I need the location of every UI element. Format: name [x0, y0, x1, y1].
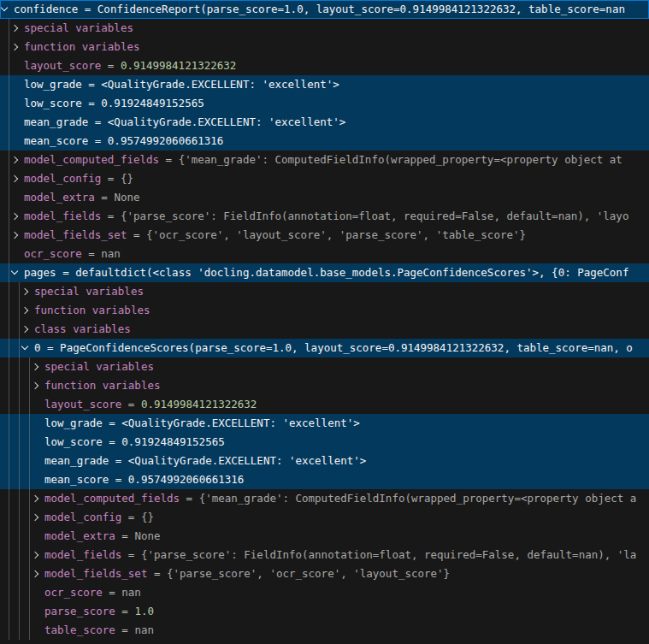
tree-row[interactable]: mean_grade = <QualityGrade.EXCELLENT: 'e…	[0, 452, 649, 470]
tree-row[interactable]: function variables	[0, 38, 649, 56]
tree-row[interactable]: model_computed_fields = {'mean_grade': C…	[0, 489, 649, 508]
indent-guide	[19, 414, 20, 433]
tree-row[interactable]: model_extra = None	[0, 527, 649, 546]
row-content: model_config = {}	[0, 169, 649, 188]
row-content: mean_grade = <QualityGrade.EXCELLENT: 'e…	[0, 113, 649, 132]
indent-guide	[29, 470, 30, 489]
row-content: layout_score = 0.9149984121322632	[0, 56, 649, 75]
tree-row[interactable]: mean_score = 0.9574992060661316	[0, 470, 649, 489]
tree-row[interactable]: low_score = 0.91924849152565	[0, 433, 649, 452]
equals-sign: =	[115, 623, 135, 636]
variable-name: model_fields_set	[44, 567, 147, 580]
tree-row[interactable]: mean_grade = <QualityGrade.EXCELLENT: 'e…	[0, 113, 649, 132]
tree-row[interactable]: 0 = PageConfidenceScores(parse_score=1.0…	[0, 339, 649, 357]
tree-row[interactable]: layout_score = 0.9149984121322632	[0, 395, 649, 414]
variable-name: parse_score	[44, 605, 115, 617]
group-label: function variables	[44, 379, 160, 392]
tree-row[interactable]: model_config = {}	[0, 508, 649, 527]
row-content: function variables	[0, 301, 649, 320]
equals-sign: =	[121, 548, 141, 561]
variable-name: layout_score	[44, 398, 121, 411]
indent-guide	[9, 226, 9, 245]
tree-row[interactable]: layout_score = 0.9149984121322632	[0, 56, 649, 75]
variable-value: {'mean_grade': ComputedFieldInfo(wrapped…	[179, 153, 622, 166]
indent-guide	[9, 508, 9, 527]
indent-guide	[19, 527, 20, 546]
tree-row[interactable]: ocr_score = nan	[0, 245, 649, 263]
tree-row[interactable]: parse_score = 1.0	[0, 602, 649, 621]
tree-row[interactable]: model_config = {}	[0, 169, 649, 188]
variable-name: low_grade	[44, 417, 103, 429]
equals-sign: =	[88, 134, 108, 147]
tree-row[interactable]: low_grade = <QualityGrade.EXCELLENT: 'ex…	[0, 414, 649, 433]
indent-guide	[19, 452, 20, 470]
row-content: low_score = 0.91924849152565	[0, 94, 649, 113]
equals-sign: =	[103, 586, 122, 599]
indent-guide	[9, 38, 9, 56]
equals-sign: =	[101, 59, 121, 72]
row-content: special variables	[0, 357, 649, 376]
tree-row[interactable]: model_fields_set = {'ocr_score', 'layout…	[0, 226, 649, 245]
indent-guide	[29, 583, 30, 602]
tree-row[interactable]: function variables	[0, 301, 649, 320]
variable-name: model_fields_set	[24, 228, 127, 241]
equals-sign: =	[82, 78, 102, 91]
indent-guide	[19, 508, 20, 527]
row-content: mean_score = 0.9574992060661316	[0, 470, 649, 489]
indent-guide	[9, 395, 9, 414]
row-content: model_computed_fields = {'mean_grade': C…	[0, 489, 649, 508]
tree-row[interactable]: ocr_score = nan	[0, 583, 649, 602]
variable-value: {'mean_grade': ComputedFieldInfo(wrapped…	[199, 492, 637, 505]
group-label: function variables	[34, 304, 150, 316]
variable-name: mean_score	[44, 473, 109, 486]
tree-row[interactable]: confidence = ConfidenceReport(parse_scor…	[0, 0, 649, 19]
row-content: model_computed_fields = {'mean_grade': C…	[0, 151, 649, 169]
tree-row[interactable]: low_grade = <QualityGrade.EXCELLENT: 'ex…	[0, 75, 649, 94]
equals-sign: =	[95, 191, 115, 204]
row-content: parse_score = 1.0	[0, 602, 649, 621]
tree-row[interactable]: class variables	[0, 320, 649, 339]
equals-sign: =	[78, 3, 97, 15]
indent-guide	[9, 94, 9, 113]
indent-guide	[9, 433, 9, 452]
variable-value: 1.0	[134, 605, 154, 617]
tree-row[interactable]: model_fields = {'parse_score': FieldInfo…	[0, 207, 649, 226]
tree-row[interactable]: mean_score = 0.9574992060661316	[0, 132, 649, 151]
row-content: pages = defaultdict(<class 'docling.data…	[0, 263, 649, 282]
tree-row[interactable]: pages = defaultdict(<class 'docling.data…	[0, 263, 649, 282]
tree-row[interactable]: low_score = 0.91924849152565	[0, 94, 649, 113]
indent-guide	[19, 602, 20, 621]
indent-guide	[9, 169, 9, 188]
indent-guide	[9, 470, 9, 489]
tree-row[interactable]: special variables	[0, 19, 649, 38]
equals-sign: =	[115, 605, 135, 617]
tree-row[interactable]: model_fields_set = {'parse_score', 'ocr_…	[0, 564, 649, 583]
variable-value: 0.9574992060661316	[108, 134, 223, 147]
variable-value: 0.91924849152565	[121, 435, 224, 448]
row-content: function variables	[0, 376, 649, 395]
tree-row[interactable]: special variables	[0, 282, 649, 301]
tree-row[interactable]: function variables	[0, 376, 649, 395]
tree-row[interactable]: model_extra = None	[0, 188, 649, 207]
tree-row[interactable]: model_fields = {'parse_score': FieldInfo…	[0, 546, 649, 564]
indent-guide	[29, 621, 30, 640]
tree-row[interactable]: model_computed_fields = {'mean_grade': C…	[0, 151, 649, 169]
row-content: model_fields_set = {'parse_score', 'ocr_…	[0, 564, 649, 583]
indent-guide	[29, 527, 30, 546]
indent-guide	[9, 546, 9, 564]
equals-sign: =	[147, 567, 167, 580]
row-content: model_config = {}	[0, 508, 649, 527]
tree-row[interactable]: special variables	[0, 357, 649, 376]
indent-guide	[19, 376, 20, 395]
tree-row[interactable]: table_score = nan	[0, 621, 649, 640]
variable-name: pages	[24, 266, 56, 279]
variable-value: nan	[121, 586, 141, 599]
variable-value: nan	[134, 623, 154, 636]
equals-sign: =	[159, 153, 179, 166]
variable-name: ocr_score	[24, 247, 82, 260]
variable-value: {}	[141, 511, 154, 523]
equals-sign: =	[103, 435, 122, 448]
indent-guide	[9, 339, 9, 357]
indent-guide	[29, 546, 30, 564]
equals-sign: =	[101, 210, 121, 222]
